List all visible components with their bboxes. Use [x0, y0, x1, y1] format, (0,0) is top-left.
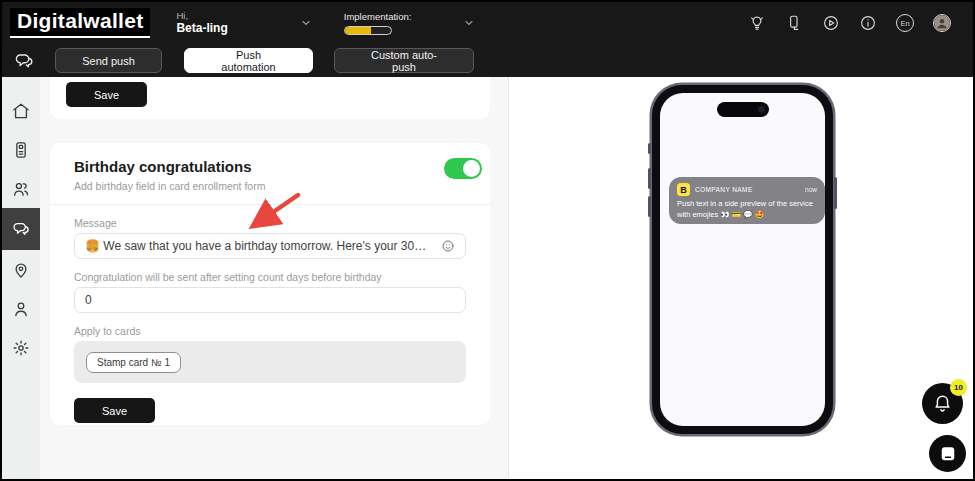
settings-column: Save Birthday congratulations Add birthd…	[40, 77, 508, 479]
message-value: 🍔 We saw that you have a birthday tomorr…	[85, 239, 435, 253]
sidebar-item-loyalty-cards[interactable]	[2, 130, 40, 169]
notifications-badge: 10	[950, 379, 967, 396]
play-circle-icon[interactable]	[822, 14, 840, 32]
phone-volume-down	[648, 196, 651, 217]
greeting-name: Beta-ling	[176, 22, 227, 36]
notification-time: now	[805, 186, 817, 193]
loyalty-card-icon	[11, 140, 31, 160]
tab-send-push[interactable]: Send push	[55, 48, 162, 73]
lightbulb-icon[interactable]	[748, 14, 766, 32]
toggle-knob	[463, 160, 480, 177]
company-app-icon: B	[677, 183, 690, 196]
info-circle-icon[interactable]	[859, 14, 877, 32]
sidebar-item-customers[interactable]	[2, 169, 40, 208]
phone-screen: B COMPANY NAME now Push text in a side p…	[660, 93, 825, 426]
card-title: Birthday congratulations	[74, 158, 265, 175]
camera-dot	[758, 106, 765, 113]
emoji-picker-icon[interactable]	[441, 239, 455, 253]
implementation-progress-fill	[345, 27, 371, 34]
sidebar-item-locations[interactable]	[2, 250, 40, 289]
phone-power-button	[834, 177, 837, 209]
sidebar-nav	[2, 77, 40, 479]
company-name: COMPANY NAME	[695, 186, 800, 193]
sidebar-item-settings[interactable]	[2, 328, 40, 367]
user-greeting[interactable]: Hi, Beta-ling	[176, 11, 227, 36]
sidebar-item-home[interactable]	[2, 91, 40, 130]
gear-icon	[11, 338, 31, 358]
previous-settings-card: Save	[50, 77, 490, 119]
push-messages-icon	[13, 50, 35, 72]
days-value: 0	[85, 293, 455, 307]
account-avatar[interactable]	[933, 14, 951, 32]
implementation-progress-bar	[344, 26, 392, 35]
push-notification-preview: B COMPANY NAME now Push text in a side p…	[669, 177, 825, 224]
apply-to-cards-box: Stamp card № 1	[74, 341, 466, 383]
days-input[interactable]: 0	[74, 287, 466, 313]
chevron-down-icon[interactable]	[463, 17, 475, 29]
apply-to-cards-label: Apply to cards	[74, 325, 466, 337]
notification-body: Push text in a side preview of the servi…	[677, 199, 817, 221]
tab-custom-auto-push[interactable]: Custom auto-push	[334, 48, 474, 73]
card-chip[interactable]: Stamp card № 1	[86, 352, 181, 373]
implementation-progress: Implementation:	[344, 11, 412, 34]
days-label: Congratulation will be sent after settin…	[74, 271, 466, 283]
push-messages-icon	[11, 219, 31, 239]
birthday-congratulations-card: Birthday congratulations Add birthday fi…	[50, 143, 490, 425]
customers-icon	[11, 179, 31, 199]
implementation-label: Implementation:	[344, 11, 412, 22]
message-label: Message	[74, 217, 466, 229]
divider	[50, 204, 490, 205]
card-subtitle: Add birthday field in card enrollment fo…	[74, 180, 265, 192]
sidebar-item-managers[interactable]	[2, 289, 40, 328]
logo[interactable]: Digitalwallet	[10, 8, 150, 38]
save-button[interactable]: Save	[66, 82, 147, 107]
bell-icon	[931, 392, 954, 415]
messenger-icon	[938, 444, 958, 464]
home-icon	[11, 101, 31, 121]
message-input[interactable]: 🍔 We saw that you have a birthday tomorr…	[74, 233, 466, 259]
birthday-toggle[interactable]	[444, 158, 482, 179]
dynamic-island	[717, 102, 769, 117]
tab-push-automation[interactable]: Push automation	[184, 48, 313, 73]
mobile-app-icon[interactable]	[785, 14, 803, 32]
phone-mute-switch	[648, 143, 651, 154]
greeting-hi: Hi,	[176, 11, 227, 22]
language-switcher[interactable]: En	[896, 14, 914, 32]
chevron-down-icon[interactable]	[300, 17, 312, 29]
top-header: Digitalwallet Hi, Beta-ling Implementati…	[2, 2, 973, 44]
phone-mockup: B COMPANY NAME now Push text in a side p…	[652, 85, 833, 434]
phone-preview-panel: B COMPANY NAME now Push text in a side p…	[509, 77, 973, 479]
save-button[interactable]: Save	[74, 398, 155, 423]
support-chat-button[interactable]	[929, 435, 966, 472]
phone-volume-up	[648, 168, 651, 189]
push-tabbar: Send push Push automation Custom auto-pu…	[2, 44, 973, 77]
location-pin-icon	[11, 260, 31, 280]
sidebar-item-push-messages[interactable]	[2, 208, 40, 250]
notifications-button[interactable]: 10	[922, 383, 963, 424]
app-window: Digitalwallet Hi, Beta-ling Implementati…	[0, 0, 975, 481]
manager-icon	[11, 299, 31, 319]
